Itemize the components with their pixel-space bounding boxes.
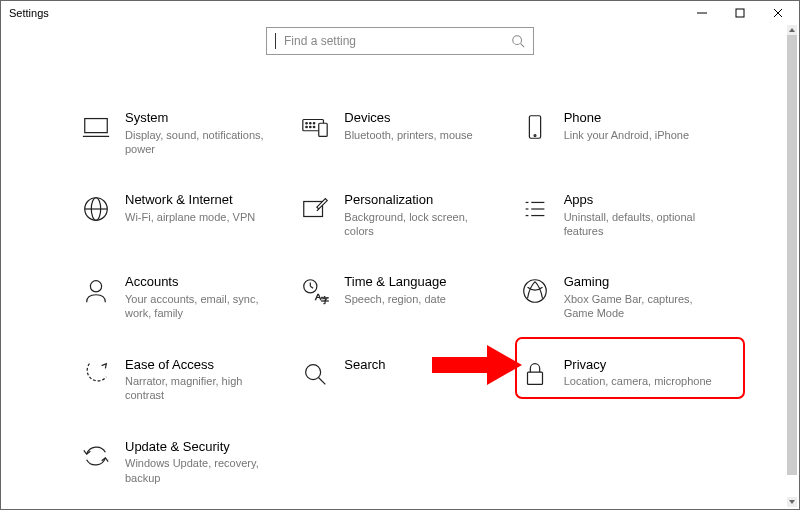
- scroll-thumb[interactable]: [787, 35, 797, 475]
- svg-rect-6: [85, 119, 108, 133]
- titlebar: Settings: [1, 1, 799, 25]
- item-sub: Windows Update, recovery, backup: [125, 456, 275, 485]
- svg-point-11: [310, 123, 312, 125]
- svg-point-12: [314, 123, 316, 125]
- scroll-down-button[interactable]: [787, 497, 797, 507]
- svg-point-10: [306, 123, 308, 125]
- item-label: Network & Internet: [125, 192, 290, 208]
- item-sub: Narrator, magnifier, high contrast: [125, 374, 275, 403]
- update-security-icon: [81, 441, 111, 471]
- maximize-button[interactable]: [721, 2, 759, 24]
- window-title: Settings: [9, 7, 49, 19]
- accounts-icon: [81, 276, 111, 306]
- gaming-icon: [520, 276, 550, 306]
- item-time-language[interactable]: A字 Time & LanguageSpeech, region, date: [300, 274, 509, 320]
- item-privacy[interactable]: PrivacyLocation, camera, microphone: [520, 357, 729, 403]
- item-label: Apps: [564, 192, 729, 208]
- search-wrap: [1, 27, 799, 55]
- item-devices[interactable]: DevicesBluetooth, printers, mouse: [300, 110, 509, 156]
- personalization-icon: [300, 194, 330, 224]
- item-system[interactable]: SystemDisplay, sound, notifications, pow…: [81, 110, 290, 156]
- item-label: System: [125, 110, 290, 126]
- svg-rect-1: [736, 9, 744, 17]
- svg-rect-9: [319, 123, 327, 136]
- svg-text:字: 字: [321, 297, 329, 306]
- svg-point-35: [523, 280, 546, 303]
- svg-point-13: [306, 126, 308, 128]
- item-label: Search: [344, 357, 509, 373]
- apps-icon: [520, 194, 550, 224]
- item-sub: Location, camera, microphone: [564, 374, 714, 388]
- time-language-icon: A字: [300, 276, 330, 306]
- item-sub: Background, lock screen, colors: [344, 210, 494, 239]
- item-sub: Display, sound, notifications, power: [125, 128, 275, 157]
- item-label: Ease of Access: [125, 357, 290, 373]
- svg-line-5: [521, 44, 525, 48]
- text-cursor: [275, 33, 276, 49]
- svg-line-37: [319, 377, 326, 384]
- item-sub: Xbox Game Bar, captures, Game Mode: [564, 292, 714, 321]
- item-apps[interactable]: AppsUninstall, defaults, optional featur…: [520, 192, 729, 238]
- svg-point-4: [513, 36, 522, 45]
- close-button[interactable]: [759, 2, 797, 24]
- ease-of-access-icon: [81, 359, 111, 389]
- network-icon: [81, 194, 111, 224]
- svg-point-36: [306, 364, 321, 379]
- item-label: Update & Security: [125, 439, 290, 455]
- search-icon: [511, 34, 525, 48]
- item-label: Personalization: [344, 192, 509, 208]
- item-label: Devices: [344, 110, 509, 126]
- settings-grid: SystemDisplay, sound, notifications, pow…: [1, 55, 799, 505]
- minimize-button[interactable]: [683, 2, 721, 24]
- svg-point-29: [90, 281, 101, 292]
- item-label: Gaming: [564, 274, 729, 290]
- item-accounts[interactable]: AccountsYour accounts, email, sync, work…: [81, 274, 290, 320]
- svg-line-32: [311, 287, 314, 289]
- svg-line-22: [317, 209, 319, 211]
- phone-icon: [520, 112, 550, 142]
- item-gaming[interactable]: GamingXbox Game Bar, captures, Game Mode: [520, 274, 729, 320]
- item-label: Time & Language: [344, 274, 509, 290]
- search-box[interactable]: [266, 27, 534, 55]
- devices-icon: [300, 112, 330, 142]
- item-search[interactable]: Search: [300, 357, 509, 403]
- svg-point-14: [310, 126, 312, 128]
- item-sub: Speech, region, date: [344, 292, 494, 306]
- item-sub: Bluetooth, printers, mouse: [344, 128, 494, 142]
- item-update-security[interactable]: Update & SecurityWindows Update, recover…: [81, 439, 290, 485]
- scroll-up-button[interactable]: [787, 25, 797, 35]
- item-network[interactable]: Network & InternetWi-Fi, airplane mode, …: [81, 192, 290, 238]
- item-personalization[interactable]: PersonalizationBackground, lock screen, …: [300, 192, 509, 238]
- privacy-icon: [520, 359, 550, 389]
- item-phone[interactable]: PhoneLink your Android, iPhone: [520, 110, 729, 156]
- svg-point-17: [534, 135, 536, 137]
- item-ease-of-access[interactable]: Ease of AccessNarrator, magnifier, high …: [81, 357, 290, 403]
- window-controls: [683, 2, 797, 24]
- item-sub: Uninstall, defaults, optional features: [564, 210, 714, 239]
- item-sub: Your accounts, email, sync, work, family: [125, 292, 275, 321]
- svg-rect-38: [527, 372, 542, 384]
- scrollbar[interactable]: [787, 25, 797, 507]
- item-label: Phone: [564, 110, 729, 126]
- item-sub: Wi-Fi, airplane mode, VPN: [125, 210, 275, 224]
- item-label: Accounts: [125, 274, 290, 290]
- search-category-icon: [300, 359, 330, 389]
- search-input[interactable]: [284, 34, 505, 48]
- item-label: Privacy: [564, 357, 729, 373]
- svg-point-15: [314, 126, 316, 128]
- item-sub: Link your Android, iPhone: [564, 128, 714, 142]
- system-icon: [81, 112, 111, 142]
